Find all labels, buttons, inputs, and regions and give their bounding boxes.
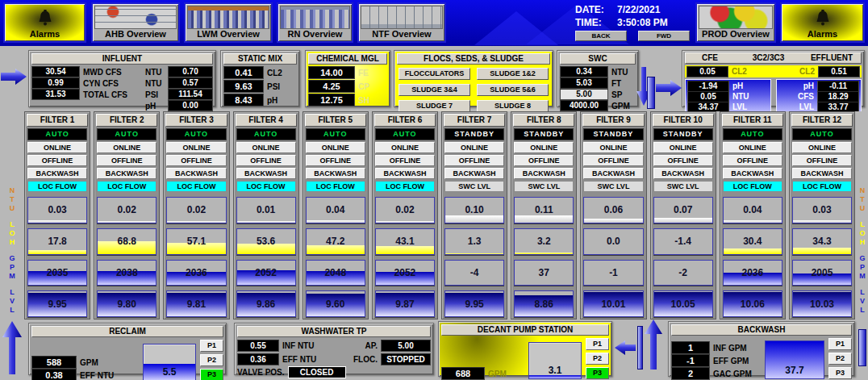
flocs-button-sludge-8[interactable]: SLUDGE 8 — [477, 100, 549, 112]
filter-status-display[interactable]: STANDBY — [583, 128, 643, 140]
flocs-button-sludge-5-6[interactable]: SLUDGE 5&6 — [477, 84, 549, 96]
pump-button-p1[interactable]: P1 — [828, 338, 852, 350]
pump-button-p3[interactable]: P3 — [200, 369, 223, 380]
flocs-seds-sludge-panel: FLOCS, SEDS, & SLUDGE FLOCCULATORSSLUDGE… — [394, 50, 553, 107]
filter-backwash-button[interactable]: BACKWASH — [306, 168, 365, 179]
filter-offline-button[interactable]: OFFLINE — [653, 155, 713, 166]
filter-flow-mode-button[interactable]: SWC LVL — [583, 181, 643, 192]
filter-status-display[interactable]: AUTO — [236, 128, 296, 140]
nav-button-lwm-overview[interactable]: LWM Overview — [184, 2, 273, 43]
filter-status-display[interactable]: AUTO — [375, 128, 435, 140]
field-label: MWD CFS — [83, 68, 142, 77]
pump-button-p2[interactable]: P2 — [200, 354, 223, 366]
filter-status-display[interactable]: STANDBY — [444, 128, 504, 140]
filter-backwash-button[interactable]: BACKWASH — [514, 168, 574, 179]
filter-flow-mode-button[interactable]: SWC LVL — [514, 181, 574, 192]
filter-online-button[interactable]: ONLINE — [723, 142, 782, 153]
swc-value-display: 0.34 — [560, 66, 608, 77]
swc-setpoint-input[interactable]: 5.00 — [560, 89, 608, 100]
filter-online-button[interactable]: ONLINE — [375, 142, 435, 153]
pump-button-p2[interactable]: P2 — [586, 353, 609, 365]
filter-flow-mode-button[interactable]: SWC LVL — [653, 181, 713, 192]
chemical-title: CHEMICAL MGL — [308, 53, 387, 65]
filter-status-display[interactable]: STANDBY — [514, 128, 574, 140]
filter-backwash-button[interactable]: BACKWASH — [27, 168, 87, 179]
filter-offline-button[interactable]: OFFLINE — [583, 155, 643, 166]
influent-title: INFLUENT — [31, 53, 213, 65]
filter-offline-button[interactable]: OFFLINE — [166, 155, 226, 166]
filter-flow-mode-button[interactable]: LOC FLOW — [27, 181, 87, 192]
filter-backwash-button[interactable]: BACKWASH — [444, 168, 504, 179]
filter-offline-button[interactable]: OFFLINE — [723, 155, 782, 166]
filter-status-display[interactable]: AUTO — [306, 128, 365, 140]
filter-backwash-button[interactable]: BACKWASH — [97, 168, 156, 179]
field-label: INF NTU — [282, 341, 345, 350]
filter-status-display[interactable]: AUTO — [97, 128, 156, 140]
flocs-button-sludge-7[interactable]: SLUDGE 7 — [399, 100, 470, 112]
pump-button-p1[interactable]: P1 — [586, 338, 609, 350]
filter-status-display[interactable]: AUTO — [27, 128, 87, 140]
filter-backwash-button[interactable]: BACKWASH — [723, 168, 782, 179]
rail-label-ntu: NTU — [858, 186, 867, 213]
filter-offline-button[interactable]: OFFLINE — [444, 155, 504, 166]
filter-online-button[interactable]: ONLINE — [653, 142, 713, 153]
nav-button-rn-overview[interactable]: RN Overview — [277, 2, 353, 43]
pump-button-p3[interactable]: P3 — [586, 367, 609, 379]
filter-online-button[interactable]: ONLINE — [583, 142, 643, 153]
filter-offline-button[interactable]: OFFLINE — [97, 155, 156, 166]
filter-backwash-button[interactable]: BACKWASH — [653, 168, 713, 179]
filter-online-button[interactable]: ONLINE — [97, 142, 156, 153]
nav-button-ntf-overview[interactable]: NTF Overview — [357, 2, 446, 43]
filter-ntu-value: 0.11 — [515, 204, 573, 215]
flocs-button-sludge-1-2[interactable]: SLUDGE 1&2 — [477, 68, 549, 80]
filter-flow-mode-button[interactable]: LOC FLOW — [723, 181, 782, 192]
filter-flow-mode-button[interactable]: LOC FLOW — [236, 181, 296, 192]
filter-title: FILTER 4 — [236, 114, 297, 127]
filter-backwash-button[interactable]: BACKWASH — [166, 168, 226, 179]
filter-flow-mode-button[interactable]: LOC FLOW — [306, 181, 365, 192]
filter-status-display[interactable]: AUTO — [792, 128, 852, 140]
flocs-button-flocculators[interactable]: FLOCCULATORS — [399, 68, 470, 80]
reclaim-value-display: 0.38 — [31, 369, 77, 380]
filter-online-button[interactable]: ONLINE — [236, 142, 296, 153]
filter-offline-button[interactable]: OFFLINE — [375, 155, 435, 166]
filter-online-button[interactable]: ONLINE — [306, 142, 365, 153]
filter-flow-mode-button[interactable]: LOC FLOW — [375, 181, 435, 192]
filter-flow-mode-button[interactable]: LOC FLOW — [166, 181, 226, 192]
field-label: pH — [732, 81, 743, 90]
field-label: LVL — [778, 102, 815, 111]
filter-backwash-button[interactable]: BACKWASH — [583, 168, 643, 179]
filter-flow-mode-button[interactable]: SWC LVL — [444, 181, 504, 192]
filter-offline-button[interactable]: OFFLINE — [792, 155, 852, 166]
flocs-button-sludge-3-4[interactable]: SLUDGE 3&4 — [399, 84, 470, 96]
filter-status-display[interactable]: AUTO — [166, 128, 226, 140]
filter-offline-button[interactable]: OFFLINE — [27, 155, 87, 166]
filter-online-button[interactable]: ONLINE — [514, 142, 574, 153]
filter-online-button[interactable]: ONLINE — [166, 142, 226, 153]
nav-button-prod-overview[interactable]: PROD Overview — [695, 2, 776, 43]
pump-button-p1[interactable]: P1 — [200, 340, 223, 352]
filter-online-button[interactable]: ONLINE — [792, 142, 852, 153]
filter-status-display[interactable]: STANDBY — [653, 128, 713, 140]
filter-flow-mode-button[interactable]: LOC FLOW — [97, 181, 156, 192]
filter-online-button[interactable]: ONLINE — [27, 142, 87, 153]
alarm-bell-icon — [783, 6, 862, 29]
filter-title: FILTER 10 — [653, 114, 714, 127]
filter-backwash-button[interactable]: BACKWASH — [236, 168, 296, 179]
pump-button-p3[interactable]: P3 — [828, 367, 852, 379]
loh-fill-bar — [793, 248, 851, 254]
filter-status-display[interactable]: AUTO — [723, 128, 782, 140]
filter-backwash-button[interactable]: BACKWASH — [792, 168, 852, 179]
pump-button-p2[interactable]: P2 — [828, 353, 852, 365]
filter-flow-mode-button[interactable]: LOC FLOW — [792, 181, 852, 192]
filter-offline-button[interactable]: OFFLINE — [306, 155, 365, 166]
alarms-button-left[interactable]: Alarms — [3, 2, 86, 43]
filter-offline-button[interactable]: OFFLINE — [236, 155, 296, 166]
nav-button-ahb-overview[interactable]: AHB Overview — [91, 2, 180, 43]
back-button[interactable]: BACK — [575, 31, 627, 41]
filter-online-button[interactable]: ONLINE — [444, 142, 504, 153]
alarms-button-right[interactable]: Alarms — [780, 2, 865, 43]
fwd-button[interactable]: FWD — [638, 31, 690, 41]
filter-backwash-button[interactable]: BACKWASH — [375, 168, 435, 179]
filter-offline-button[interactable]: OFFLINE — [514, 155, 574, 166]
